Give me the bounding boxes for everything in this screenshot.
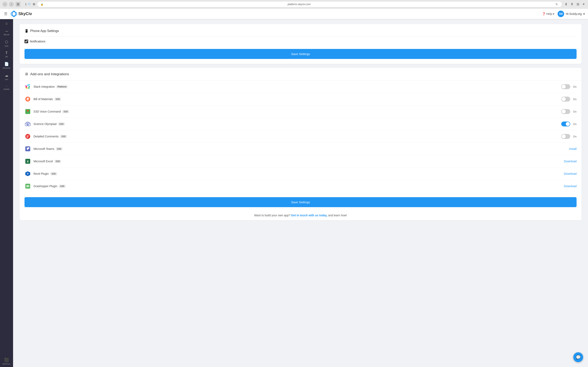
bom-toggle-label: On bbox=[573, 98, 577, 101]
grasshopper-badge: S3D bbox=[59, 185, 66, 188]
teams-action: Install bbox=[569, 147, 577, 150]
svg-point-21 bbox=[28, 147, 29, 149]
footer-text-before: Want to build your own app? bbox=[254, 214, 290, 217]
sidebar-item-more[interactable]: ··· MORE bbox=[0, 83, 13, 92]
phone-icon: 📱 bbox=[25, 29, 29, 33]
svg-text:📍: 📍 bbox=[26, 110, 30, 114]
api-icon: ☁ bbox=[5, 73, 8, 78]
grasshopper-icon bbox=[25, 183, 31, 189]
sidebar: ⌂ — BEAM ⬡ S3D T SB 📄 DESIGN ☁ API ··· M… bbox=[0, 8, 13, 367]
beam-label: BEAM bbox=[4, 34, 9, 36]
chat-bubble[interactable]: 💬 bbox=[573, 352, 583, 362]
teams-badge: S3D bbox=[56, 147, 62, 150]
excel-icon: X bbox=[25, 158, 31, 165]
revit-integration-row: R Revit Plugin S3D Download bbox=[25, 167, 577, 180]
footer: Want to build your own app? Get in touch… bbox=[20, 210, 581, 220]
new-tab-button[interactable]: ⊞ bbox=[576, 2, 580, 7]
olympiad-action: On bbox=[561, 122, 577, 126]
bom-action: On bbox=[561, 97, 577, 101]
svg-rect-9 bbox=[26, 87, 27, 88]
grasshopper-action: Download bbox=[564, 184, 577, 188]
tab-button[interactable]: ⊡ bbox=[16, 2, 20, 7]
save-settings-top-button[interactable]: Save Settings bbox=[25, 49, 577, 59]
integration-list: Slack Integration Platform On bbox=[20, 81, 581, 192]
phone-section-title: 📱 Phone App Settings bbox=[25, 29, 577, 33]
help-chevron: ▾ bbox=[553, 12, 554, 16]
forward-button[interactable]: › bbox=[9, 2, 14, 7]
slack-badge: Platform bbox=[56, 85, 68, 88]
slack-action: On bbox=[561, 84, 577, 89]
user-menu[interactable]: SB Hi Scioly.org ▾ bbox=[558, 11, 585, 17]
sidebar-item-beam[interactable]: — BEAM bbox=[0, 27, 13, 38]
logo-icon bbox=[11, 11, 17, 17]
grasshopper-download-link[interactable]: Download bbox=[564, 184, 577, 188]
add-tab-button[interactable]: + bbox=[582, 2, 586, 7]
chat-icon: 💬 bbox=[576, 355, 581, 360]
comments-integration-row: Detailed Comments S3D On bbox=[25, 130, 577, 143]
revit-action: Download bbox=[564, 172, 577, 175]
sidebar-item-install[interactable]: ⬛ INSTALL bbox=[0, 356, 13, 367]
sidebar-item-home[interactable]: ⌂ bbox=[0, 19, 13, 27]
bom-integration-row: Bill of Materials S3D On bbox=[25, 93, 577, 105]
svg-rect-7 bbox=[28, 87, 29, 89]
design-label: DESIGN bbox=[3, 67, 10, 69]
voice-badge: S3D bbox=[62, 110, 69, 113]
bom-toggle[interactable] bbox=[561, 97, 570, 101]
voice-toggle[interactable] bbox=[561, 109, 570, 114]
notification-row: Notifications bbox=[25, 39, 577, 44]
notifications-checkbox[interactable] bbox=[25, 40, 28, 43]
sidebar-item-sb[interactable]: T SB bbox=[0, 49, 13, 60]
excel-name: Microsoft Excel bbox=[34, 160, 53, 163]
footer-text-end: and learn how! bbox=[328, 214, 347, 217]
user-chevron: ▾ bbox=[583, 12, 585, 16]
sidebar-item-design[interactable]: 📄 DESIGN bbox=[0, 60, 13, 71]
save-settings-bottom-button[interactable]: Save Settings bbox=[25, 197, 577, 207]
design-icon: 📄 bbox=[4, 62, 9, 66]
download-browser-btn[interactable]: ⬇ bbox=[564, 2, 568, 7]
addons-save-container: Save Settings bbox=[20, 192, 581, 210]
comments-icon bbox=[25, 133, 31, 140]
voice-icon: 📍 bbox=[25, 108, 31, 115]
sidebar-item-s3d[interactable]: ⬡ S3D bbox=[0, 38, 13, 49]
comments-toggle-label: On bbox=[573, 135, 577, 138]
svg-rect-29 bbox=[28, 186, 29, 186]
footer-link[interactable]: Get in touch with us today, bbox=[291, 214, 328, 217]
beam-icon: — bbox=[5, 30, 8, 33]
reload-button[interactable]: ↻ bbox=[555, 2, 559, 6]
teams-install-link[interactable]: Install bbox=[569, 147, 577, 150]
excel-badge: S3D bbox=[54, 160, 61, 163]
excel-download-link[interactable]: Download bbox=[564, 160, 577, 163]
slack-toggle-label: On bbox=[573, 85, 577, 88]
teams-name: Microsoft Teams bbox=[34, 147, 54, 150]
olympiad-toggle[interactable] bbox=[561, 122, 570, 126]
user-avatar: SB bbox=[558, 11, 564, 17]
addons-card: 🖥 Add-ons and Integrations bbox=[20, 68, 581, 220]
addons-header: 🖥 Add-ons and Integrations bbox=[20, 68, 581, 81]
url-bar[interactable]: 🔒 platform.skyciv.com ↻ bbox=[37, 1, 562, 7]
menu-button[interactable]: ☰ bbox=[3, 11, 8, 17]
slack-name: Slack Integration bbox=[34, 85, 55, 88]
voice-name: S3D Voice Command bbox=[34, 110, 61, 113]
olympiad-integration-row: Science Olympiad S3D On bbox=[25, 118, 577, 130]
olympiad-name: Science Olympiad bbox=[34, 122, 57, 125]
excel-action: Download bbox=[564, 160, 577, 163]
grasshopper-integration-row: Grashopper Plugin S3D Download bbox=[25, 180, 577, 192]
back-button[interactable]: ‹ bbox=[2, 2, 7, 7]
comments-toggle[interactable] bbox=[561, 134, 570, 139]
security-icon: ℹ bbox=[25, 3, 26, 6]
help-label: Help bbox=[546, 12, 552, 16]
sidebar-item-api[interactable]: ☁ API bbox=[0, 71, 13, 83]
comments-name: Detailed Comments bbox=[34, 135, 59, 138]
voice-integration-row: 📍 S3D Voice Command S3D On bbox=[25, 105, 577, 118]
svg-rect-19 bbox=[26, 137, 28, 138]
revit-icon: R bbox=[25, 170, 31, 177]
svg-rect-18 bbox=[26, 136, 28, 137]
slack-toggle[interactable] bbox=[561, 84, 570, 89]
help-menu[interactable]: ❓ Help ▾ bbox=[542, 12, 554, 16]
revit-download-link[interactable]: Download bbox=[564, 172, 577, 175]
install-label: INSTALL bbox=[2, 363, 10, 365]
lock-icon: 🔒 bbox=[40, 3, 43, 6]
teams-icon bbox=[25, 146, 31, 152]
share-button[interactable]: ⬆ bbox=[570, 2, 574, 7]
slack-icon bbox=[25, 83, 31, 90]
